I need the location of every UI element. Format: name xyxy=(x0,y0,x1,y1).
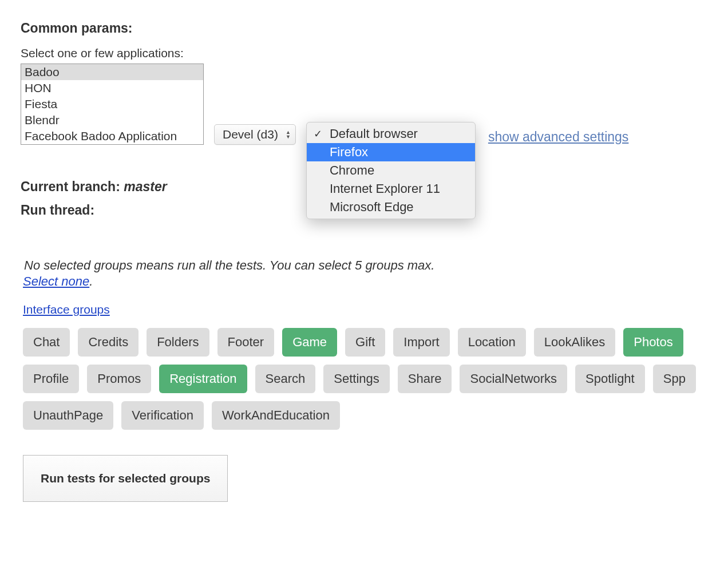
group-tag[interactable]: Spotlight xyxy=(575,365,645,393)
group-tag[interactable]: Chat xyxy=(23,328,70,357)
environment-select-value: Devel (d3) xyxy=(223,128,278,141)
browser-option-label: Firefox xyxy=(330,145,368,160)
interface-groups-link[interactable]: Interface groups xyxy=(23,303,110,316)
select-none-link[interactable]: Select none xyxy=(23,274,89,288)
group-tag[interactable]: LookAlikes xyxy=(534,328,615,357)
group-tag[interactable]: Folders xyxy=(147,328,209,357)
group-tag[interactable]: SocialNetworks xyxy=(460,365,567,393)
browser-option[interactable]: Chrome xyxy=(307,161,475,180)
group-tag[interactable]: Photos xyxy=(623,328,683,357)
group-tag[interactable]: WorkAndEducation xyxy=(212,401,340,430)
group-tag[interactable]: Profile xyxy=(23,365,79,393)
groups-note: No selected groups means run all the tes… xyxy=(21,258,707,273)
select-none-period: . xyxy=(89,274,93,288)
current-branch-label: Current branch: xyxy=(21,179,124,194)
show-advanced-settings-link[interactable]: show advanced settings xyxy=(488,129,629,145)
apps-select-label: Select one or few applications: xyxy=(21,46,707,60)
group-tag[interactable]: Credits xyxy=(78,328,139,357)
common-params-heading: Common params: xyxy=(21,21,707,36)
group-tag[interactable]: Game xyxy=(282,328,337,357)
group-tag[interactable]: Gift xyxy=(345,328,385,357)
groups-container: ChatCreditsFoldersFooterGameGiftImportLo… xyxy=(21,328,707,430)
select-arrows-icon: ▲▼ xyxy=(286,130,291,139)
app-option[interactable]: Facebook Badoo Application xyxy=(21,128,203,144)
environment-select[interactable]: Devel (d3) ▲▼ xyxy=(214,124,296,145)
current-branch-value: master xyxy=(124,179,167,194)
apps-multiselect[interactable]: BadooHONFiestaBlendrFacebook Badoo Appli… xyxy=(21,64,204,145)
check-icon: ✓ xyxy=(314,128,322,140)
app-option[interactable]: Fiesta xyxy=(21,96,203,112)
browser-option-label: Default browser xyxy=(330,126,418,141)
app-option[interactable]: Badoo xyxy=(21,64,203,80)
browser-option[interactable]: Internet Explorer 11 xyxy=(307,180,475,198)
browser-option[interactable]: Firefox xyxy=(307,143,475,161)
browser-select[interactable]: ✓Default browserFirefoxChromeInternet Ex… xyxy=(306,124,478,145)
group-tag[interactable]: Footer xyxy=(217,328,275,357)
browser-option[interactable]: ✓Default browser xyxy=(307,125,475,143)
app-option[interactable]: HON xyxy=(21,80,203,96)
group-tag[interactable]: Location xyxy=(458,328,526,357)
browser-option[interactable]: Microsoft Edge xyxy=(307,198,475,216)
group-tag[interactable]: Share xyxy=(398,365,452,393)
group-tag[interactable]: Spp xyxy=(653,365,696,393)
group-tag[interactable]: Registration xyxy=(159,365,247,393)
run-tests-button[interactable]: Run tests for selected groups xyxy=(23,455,228,502)
browser-option-label: Microsoft Edge xyxy=(330,200,414,215)
group-tag[interactable]: Search xyxy=(255,365,316,393)
browser-option-label: Chrome xyxy=(330,163,374,178)
group-tag[interactable]: Import xyxy=(393,328,449,357)
group-tag[interactable]: UnauthPage xyxy=(23,401,113,430)
group-tag[interactable]: Promos xyxy=(87,365,151,393)
group-tag[interactable]: Settings xyxy=(323,365,390,393)
app-option[interactable]: Blendr xyxy=(21,112,203,128)
group-tag[interactable]: Verification xyxy=(121,401,204,430)
browser-option-label: Internet Explorer 11 xyxy=(330,181,440,196)
browser-dropdown-menu: ✓Default browserFirefoxChromeInternet Ex… xyxy=(306,122,476,219)
